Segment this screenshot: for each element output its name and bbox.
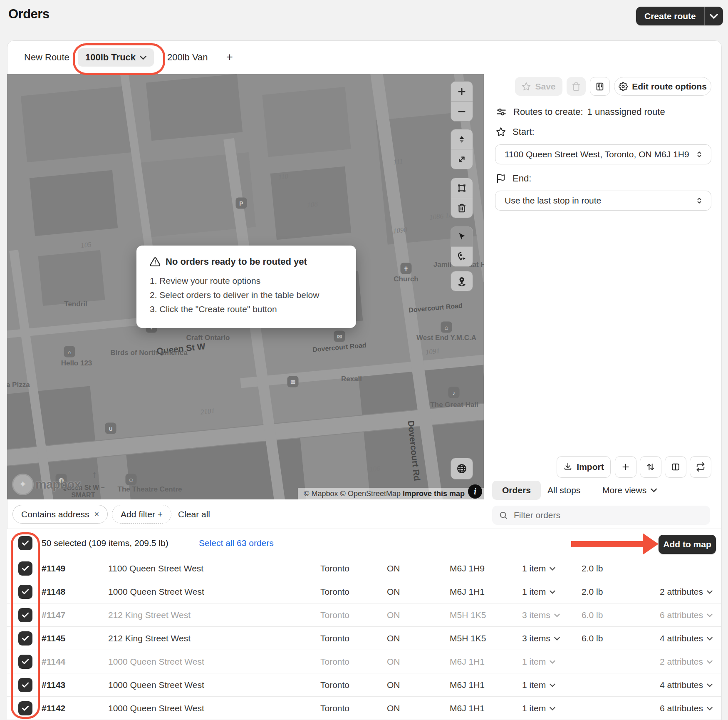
expand-diagonal-button[interactable] xyxy=(451,149,473,169)
sort-button[interactable] xyxy=(640,456,661,478)
create-route-button[interactable]: Create route xyxy=(636,7,723,25)
table-row[interactable]: #1142 1000 Queen Street West Toronto ON … xyxy=(7,697,721,720)
row-checkbox[interactable] xyxy=(18,608,32,622)
chevron-down-icon xyxy=(554,613,560,617)
tab-new-route[interactable]: New Route xyxy=(24,40,69,74)
order-items-dropdown[interactable]: 1 item xyxy=(522,697,555,720)
filter-orders-input[interactable] xyxy=(513,510,703,521)
tab-100lb-truck[interactable]: 100lb Truck xyxy=(78,48,154,67)
map-style-controls xyxy=(451,458,473,479)
import-button[interactable]: Import xyxy=(557,456,611,478)
notebook-icon xyxy=(595,82,604,91)
order-attributes-dropdown[interactable]: 2 attributes xyxy=(660,580,713,603)
order-attributes-dropdown[interactable]: 6 attributes xyxy=(660,603,713,627)
order-id: #1147 xyxy=(42,603,65,627)
row-checkbox[interactable] xyxy=(18,631,32,646)
order-attributes-dropdown[interactable]: 4 attributes xyxy=(660,627,713,650)
start-location-select[interactable]: 1100 Queen Street West, Toronto, ON M6J … xyxy=(495,144,711,164)
order-items-dropdown[interactable]: 1 item xyxy=(522,673,555,697)
row-checkbox[interactable] xyxy=(18,678,32,692)
map-view-controls xyxy=(451,129,473,169)
create-route-dropdown[interactable] xyxy=(704,7,723,25)
select-all-orders-link[interactable]: Select all 63 orders xyxy=(199,529,274,557)
map-label: 1091 xyxy=(425,347,440,356)
tooltip-step-3: 3. Click the "Create route" button xyxy=(150,302,343,316)
select-all-checkbox[interactable] xyxy=(18,536,32,550)
delete-route-button[interactable] xyxy=(567,77,586,96)
add-pin-tool-button[interactable] xyxy=(451,271,473,291)
order-province: ON xyxy=(387,603,400,627)
filter-chip-contains-address[interactable]: Contains address × xyxy=(12,505,108,524)
order-province: ON xyxy=(387,580,400,603)
map-poi-icon: ⌂ xyxy=(441,322,452,333)
chevron-down-icon xyxy=(707,590,713,594)
order-attributes-dropdown[interactable]: 2 attributes xyxy=(660,650,713,673)
add-to-map-button[interactable]: Add to map xyxy=(659,535,716,554)
clear-all-filters-link[interactable]: Clear all xyxy=(178,505,210,524)
order-address: 1000 Queen Street West xyxy=(108,673,204,697)
row-checkbox[interactable] xyxy=(18,655,32,669)
delete-selection-button[interactable] xyxy=(451,198,473,218)
tab-all-stops[interactable]: All stops xyxy=(547,481,580,500)
add-filter-chip[interactable]: Add filter + xyxy=(112,505,171,524)
polygon-select-button[interactable] xyxy=(451,178,473,198)
order-id: #1149 xyxy=(42,557,65,580)
tilt-toggle-button[interactable] xyxy=(451,129,473,149)
improve-map-link[interactable]: Improve this map xyxy=(403,489,465,498)
save-route-button[interactable]: Save xyxy=(515,77,562,96)
edit-route-options-button[interactable]: Edit route options xyxy=(614,77,711,96)
refresh-button[interactable] xyxy=(690,456,711,478)
order-province: ON xyxy=(387,697,400,720)
map-label: The Great Hall xyxy=(430,401,478,409)
tab-100lb-truck-label: 100lb Truck xyxy=(85,52,136,63)
zoom-in-button[interactable] xyxy=(451,82,473,101)
map-label: za Pizza xyxy=(7,381,30,389)
map-label: West End Y.M.C.A xyxy=(416,334,476,342)
tab-200lb-van[interactable]: 200lb Van xyxy=(167,40,208,74)
order-id: #1145 xyxy=(42,627,65,650)
order-items-dropdown[interactable]: 1 item xyxy=(522,650,555,673)
order-address: 1000 Queen Street West xyxy=(108,650,204,673)
more-views-dropdown[interactable]: More views xyxy=(602,481,657,500)
map-label: Birds of North America xyxy=(110,349,187,357)
order-id: #1144 xyxy=(42,650,65,673)
end-location-select[interactable]: Use the last stop in route xyxy=(495,191,711,211)
add-route-tab-button[interactable]: + xyxy=(226,40,233,74)
row-checkbox[interactable] xyxy=(18,585,32,599)
create-route-label[interactable]: Create route xyxy=(636,7,704,25)
attribution-text: © Mapbox © OpenStreetMap xyxy=(304,489,403,498)
order-attributes-dropdown[interactable]: 6 attributes xyxy=(660,697,713,720)
order-items-dropdown[interactable]: 3 items xyxy=(522,603,560,627)
select-location-tool-button[interactable] xyxy=(451,246,473,266)
row-checkbox[interactable] xyxy=(18,561,32,576)
order-city: Toronto xyxy=(320,697,349,720)
mapbox-logo: ✦ mapbox xyxy=(12,474,81,495)
order-weight: 2.0 lb xyxy=(582,580,603,603)
filter-orders-input-wrap xyxy=(492,506,710,525)
globe-style-button[interactable] xyxy=(451,458,473,479)
more-views-label: More views xyxy=(602,485,646,495)
table-row[interactable]: #1144 1000 Queen Street West Toronto ON … xyxy=(7,650,721,673)
tab-orders-view[interactable]: Orders xyxy=(492,481,541,500)
table-row[interactable]: #1149 1100 Queen Street West Toronto ON … xyxy=(7,557,721,580)
row-checkbox[interactable] xyxy=(18,701,32,715)
map-canvas[interactable]: Queen St WDovercourt RoadDovercourt Road… xyxy=(7,74,484,499)
table-row[interactable]: #1148 1000 Queen Street West Toronto ON … xyxy=(7,580,721,603)
split-view-button[interactable] xyxy=(665,456,686,478)
route-summary-button[interactable] xyxy=(590,77,610,96)
order-postal: M6J 1H1 xyxy=(450,697,485,720)
order-postal: M5H 1K5 xyxy=(450,627,486,650)
order-items-dropdown[interactable]: 3 items xyxy=(522,627,560,650)
order-weight: 2.0 lb xyxy=(582,557,603,580)
attribution-info-icon[interactable]: i xyxy=(468,484,482,499)
table-row[interactable]: #1143 1000 Queen Street West Toronto ON … xyxy=(7,673,721,697)
order-attributes-dropdown[interactable]: 4 attributes xyxy=(660,673,713,697)
add-order-button[interactable] xyxy=(615,456,636,478)
table-row[interactable]: #1145 212 King Street West Toronto ON M5… xyxy=(7,627,721,650)
remove-filter-icon[interactable]: × xyxy=(94,509,99,519)
order-items-dropdown[interactable]: 1 item xyxy=(522,580,555,603)
zoom-out-button[interactable] xyxy=(451,101,473,121)
order-items-dropdown[interactable]: 1 item xyxy=(522,557,555,580)
cursor-tool-button[interactable] xyxy=(451,227,473,246)
table-row[interactable]: #1147 212 King Street West Toronto ON M5… xyxy=(7,603,721,627)
